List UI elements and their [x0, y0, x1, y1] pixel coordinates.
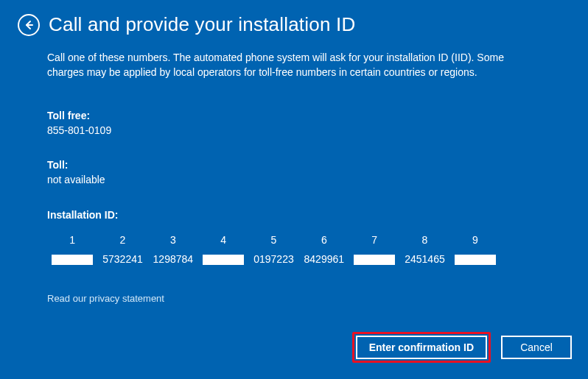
iid-col-5: 5 [248, 231, 298, 250]
toll-free-section: Toll free: 855-801-0109 [47, 109, 564, 138]
iid-val-3: 1298784 [148, 250, 198, 269]
arrow-left-icon [23, 19, 35, 31]
page-title: Call and provide your installation ID [49, 13, 355, 36]
iid-col-7: 7 [349, 231, 399, 250]
iid-val-6: 8429961 [299, 250, 349, 269]
installation-id-section: Installation ID: 1 2 3 4 5 6 7 8 9 57322… [47, 208, 564, 269]
iid-val-5: 0197223 [248, 250, 298, 269]
cancel-button[interactable]: Cancel [501, 336, 572, 359]
toll-free-label: Toll free: [47, 109, 564, 124]
toll-free-value: 855-801-0109 [47, 124, 564, 138]
enter-confirmation-id-button[interactable]: Enter confirmation ID [356, 336, 487, 359]
iid-val-1 [47, 250, 97, 269]
iid-val-7 [349, 250, 399, 269]
privacy-link[interactable]: Read our privacy statement [47, 292, 564, 305]
header: Call and provide your installation ID [0, 0, 588, 36]
redacted-block [203, 255, 244, 265]
iid-col-1: 1 [47, 231, 97, 250]
iid-col-6: 6 [299, 231, 349, 250]
iid-val-4 [198, 250, 248, 269]
installation-id-table: 1 2 3 4 5 6 7 8 9 5732241 1298784 019722… [47, 231, 500, 269]
installation-id-label: Installation ID: [47, 208, 564, 223]
content: Call one of these numbers. The automated… [0, 36, 588, 306]
primary-highlight: Enter confirmation ID [352, 332, 491, 363]
iid-val-2: 5732241 [97, 250, 147, 269]
toll-section: Toll: not available [47, 158, 564, 187]
iid-col-3: 3 [148, 231, 198, 250]
iid-col-4: 4 [198, 231, 248, 250]
iid-col-9: 9 [450, 231, 500, 250]
installation-id-value-row: 5732241 1298784 0197223 8429961 2451465 [47, 250, 500, 269]
iid-val-8: 2451465 [399, 250, 449, 269]
redacted-block [354, 255, 395, 265]
iid-col-8: 8 [399, 231, 449, 250]
redacted-block [455, 255, 496, 265]
back-button[interactable] [18, 14, 40, 36]
iid-val-9 [450, 250, 500, 269]
footer: Enter confirmation ID Cancel [352, 332, 572, 363]
toll-label: Toll: [47, 158, 564, 173]
redacted-block [52, 255, 93, 265]
intro-text: Call one of these numbers. The automated… [47, 51, 533, 79]
toll-value: not available [47, 173, 564, 188]
iid-col-2: 2 [97, 231, 147, 250]
installation-id-header-row: 1 2 3 4 5 6 7 8 9 [47, 231, 500, 250]
